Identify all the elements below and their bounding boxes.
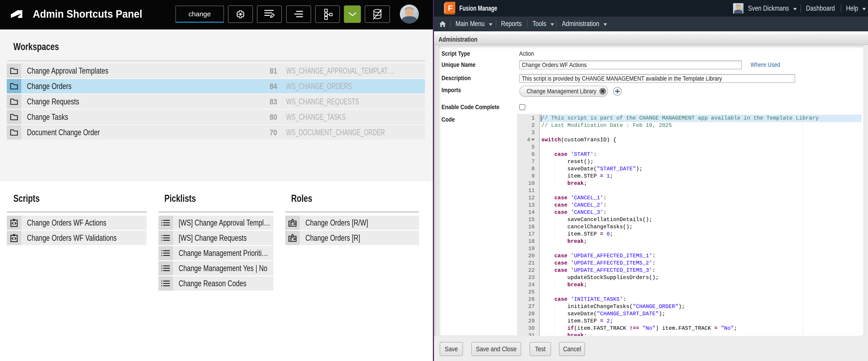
svg-text:F: F xyxy=(448,4,453,12)
